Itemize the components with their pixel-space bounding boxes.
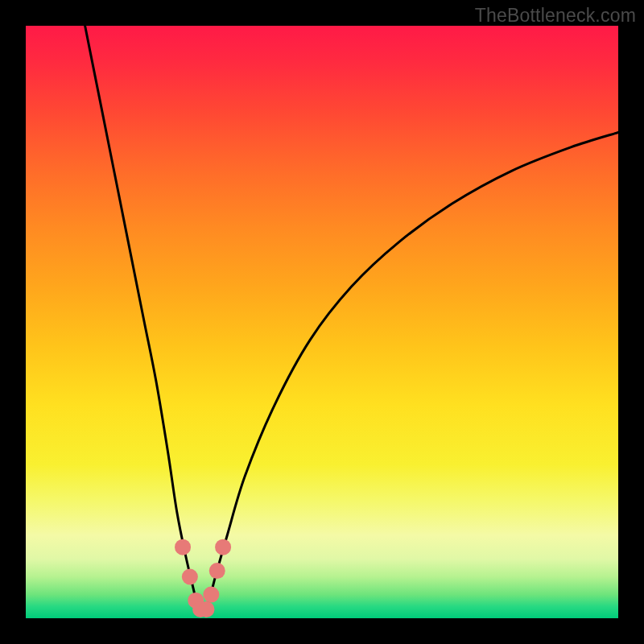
curve-right-branch	[206, 132, 618, 609]
trough-marker	[209, 563, 225, 579]
curve-layer	[26, 26, 618, 618]
trough-marker	[203, 587, 219, 603]
trough-marker	[175, 539, 191, 555]
trough-markers	[175, 539, 231, 617]
curve-left-branch	[85, 26, 198, 609]
trough-marker	[215, 539, 231, 555]
trough-marker	[182, 568, 198, 584]
watermark-text: TheBottleneck.com	[475, 5, 636, 27]
plot-area	[26, 26, 618, 618]
chart-stage: TheBottleneck.com	[0, 0, 644, 644]
trough-marker	[198, 601, 214, 617]
